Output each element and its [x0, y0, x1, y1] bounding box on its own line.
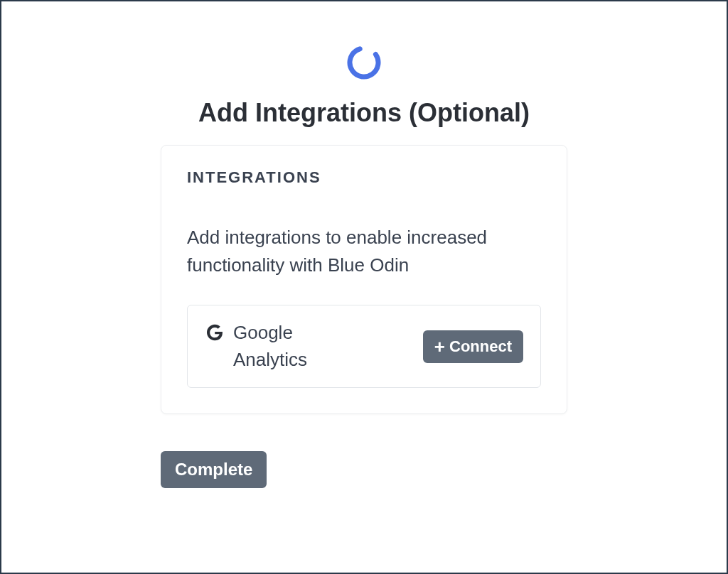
- connect-button[interactable]: + Connect: [423, 330, 523, 363]
- google-icon: [205, 323, 225, 345]
- integration-row: Google Analytics + Connect: [187, 305, 541, 388]
- onboarding-step-container: Add Integrations (Optional) INTEGRATIONS…: [161, 44, 567, 451]
- card-header: INTEGRATIONS: [187, 168, 541, 187]
- integration-name: Google Analytics: [233, 320, 347, 373]
- footer-actions: Complete: [161, 451, 567, 488]
- complete-button-label: Complete: [175, 460, 252, 480]
- svg-point-0: [346, 44, 382, 81]
- page-title: Add Integrations (Optional): [198, 98, 530, 128]
- complete-button[interactable]: Complete: [161, 451, 267, 488]
- integrations-card: INTEGRATIONS Add integrations to enable …: [161, 145, 567, 414]
- loading-spinner-icon: [346, 44, 382, 84]
- connect-button-label: Connect: [449, 337, 512, 356]
- card-description: Add integrations to enable increased fun…: [187, 224, 541, 279]
- integration-info: Google Analytics: [205, 320, 423, 373]
- plus-icon: +: [434, 337, 445, 356]
